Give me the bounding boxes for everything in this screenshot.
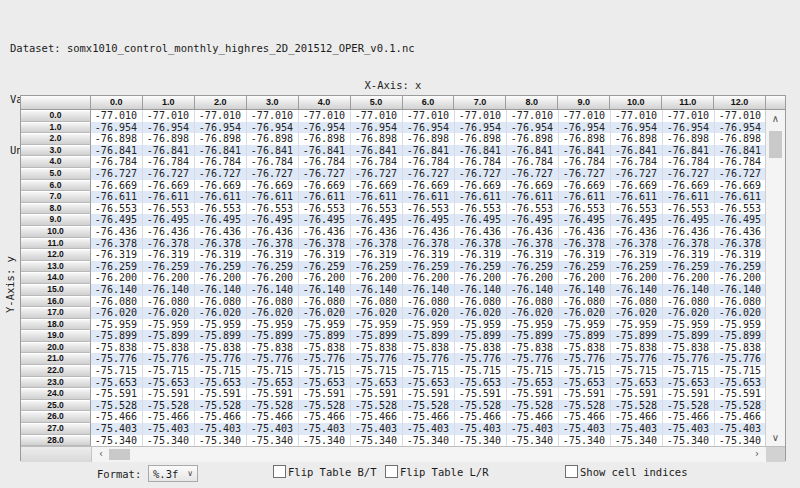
table-cell[interactable]: -77.010	[91, 110, 143, 122]
table-cell[interactable]: -75.838	[663, 342, 715, 354]
row-header[interactable]: 0.0	[21, 110, 91, 122]
table-cell[interactable]: -75.715	[91, 365, 143, 377]
table-cell[interactable]: -75.340	[507, 435, 559, 446]
table-cell[interactable]: -75.838	[715, 342, 765, 354]
table-cell[interactable]: -75.340	[247, 435, 299, 446]
table-cell[interactable]: -75.528	[663, 400, 715, 412]
row-header[interactable]: 15.0	[21, 284, 91, 296]
table-cell[interactable]: -76.841	[195, 145, 247, 157]
table-cell[interactable]: -76.020	[611, 307, 663, 319]
table-cell[interactable]: -76.669	[91, 180, 143, 192]
table-cell[interactable]: -75.899	[663, 330, 715, 342]
table-cell[interactable]: -77.010	[663, 110, 715, 122]
table-cell[interactable]: -76.200	[143, 272, 195, 284]
table-cell[interactable]: -75.715	[351, 365, 403, 377]
table-cell[interactable]: -75.466	[247, 411, 299, 423]
row-header[interactable]: 23.0	[21, 377, 91, 389]
table-cell[interactable]: -75.466	[663, 411, 715, 423]
table-cell[interactable]: -76.080	[559, 296, 611, 308]
table-cell[interactable]: -75.466	[455, 411, 507, 423]
table-cell[interactable]: -76.841	[91, 145, 143, 157]
table-cell[interactable]: -76.140	[91, 284, 143, 296]
table-cell[interactable]: -76.319	[247, 249, 299, 261]
table-cell[interactable]: -76.080	[299, 296, 351, 308]
table-cell[interactable]: -75.528	[351, 400, 403, 412]
table-cell[interactable]: -76.898	[559, 133, 611, 145]
table-cell[interactable]: -76.553	[611, 203, 663, 215]
table-cell[interactable]: -76.553	[351, 203, 403, 215]
table-cell[interactable]: -76.841	[351, 145, 403, 157]
table-cell[interactable]: -76.495	[455, 214, 507, 226]
table-cell[interactable]: -76.200	[195, 272, 247, 284]
table-cell[interactable]: -76.611	[91, 191, 143, 203]
row-header[interactable]: 28.0	[21, 435, 91, 446]
table-cell[interactable]: -76.841	[299, 145, 351, 157]
table-cell[interactable]: -75.715	[143, 365, 195, 377]
table-cell[interactable]: -76.784	[91, 156, 143, 168]
table-cell[interactable]: -76.020	[299, 307, 351, 319]
table-cell[interactable]: -75.591	[559, 388, 611, 400]
table-cell[interactable]: -76.436	[299, 226, 351, 238]
table-cell[interactable]: -76.553	[143, 203, 195, 215]
table-cell[interactable]: -76.898	[455, 133, 507, 145]
table-cell[interactable]: -75.899	[143, 330, 195, 342]
table-cell[interactable]: -75.776	[611, 353, 663, 365]
table-cell[interactable]: -76.140	[559, 284, 611, 296]
table-cell[interactable]: -75.838	[351, 342, 403, 354]
table-cell[interactable]: -75.591	[611, 388, 663, 400]
table-cell[interactable]: -75.715	[663, 365, 715, 377]
table-cell[interactable]: -75.528	[455, 400, 507, 412]
table-cell[interactable]: -76.727	[715, 168, 765, 180]
table-cell[interactable]: -76.727	[455, 168, 507, 180]
table-cell[interactable]: -75.403	[351, 423, 403, 435]
table-cell[interactable]: -76.080	[247, 296, 299, 308]
table-cell[interactable]: -76.727	[143, 168, 195, 180]
table-cell[interactable]: -76.259	[195, 261, 247, 273]
table-cell[interactable]: -76.669	[559, 180, 611, 192]
column-header[interactable]: 4.0	[299, 96, 351, 109]
table-cell[interactable]: -76.553	[559, 203, 611, 215]
row-header[interactable]: 3.0	[21, 145, 91, 157]
table-cell[interactable]: -75.776	[403, 353, 455, 365]
table-cell[interactable]: -76.200	[247, 272, 299, 284]
table-cell[interactable]: -76.553	[247, 203, 299, 215]
table-cell[interactable]: -76.727	[195, 168, 247, 180]
table-cell[interactable]: -75.591	[403, 388, 455, 400]
table-cell[interactable]: -75.528	[715, 400, 765, 412]
table-cell[interactable]: -75.466	[195, 411, 247, 423]
table-cell[interactable]: -76.080	[143, 296, 195, 308]
table-cell[interactable]: -76.553	[455, 203, 507, 215]
table-cell[interactable]: -75.403	[299, 423, 351, 435]
table-cell[interactable]: -76.669	[299, 180, 351, 192]
table-cell[interactable]: -76.140	[611, 284, 663, 296]
table-cell[interactable]: -75.653	[299, 377, 351, 389]
table-cell[interactable]: -75.899	[195, 330, 247, 342]
table-cell[interactable]: -76.841	[559, 145, 611, 157]
table-cell[interactable]: -75.715	[195, 365, 247, 377]
table-cell[interactable]: -75.776	[663, 353, 715, 365]
column-header[interactable]: 6.0	[403, 96, 455, 109]
table-cell[interactable]: -76.898	[715, 133, 765, 145]
table-cell[interactable]: -75.340	[91, 435, 143, 446]
table-cell[interactable]: -75.528	[143, 400, 195, 412]
row-header[interactable]: 8.0	[21, 203, 91, 215]
table-cell[interactable]: -76.954	[559, 122, 611, 134]
table-cell[interactable]: -75.403	[715, 423, 765, 435]
row-header[interactable]: 17.0	[21, 307, 91, 319]
table-cell[interactable]: -76.669	[143, 180, 195, 192]
table-cell[interactable]: -76.020	[455, 307, 507, 319]
table-cell[interactable]: -76.954	[351, 122, 403, 134]
table-cell[interactable]: -75.776	[247, 353, 299, 365]
table-cell[interactable]: -75.899	[403, 330, 455, 342]
row-header[interactable]: 20.0	[21, 342, 91, 354]
table-cell[interactable]: -76.200	[455, 272, 507, 284]
table-cell[interactable]: -76.436	[143, 226, 195, 238]
table-cell[interactable]: -76.259	[91, 261, 143, 273]
table-cell[interactable]: -75.776	[91, 353, 143, 365]
table-cell[interactable]: -76.259	[247, 261, 299, 273]
table-cell[interactable]: -75.528	[195, 400, 247, 412]
table-cell[interactable]: -76.140	[299, 284, 351, 296]
table-cell[interactable]: -76.259	[559, 261, 611, 273]
table-cell[interactable]: -76.898	[663, 133, 715, 145]
checkbox-icon[interactable]	[273, 465, 286, 478]
